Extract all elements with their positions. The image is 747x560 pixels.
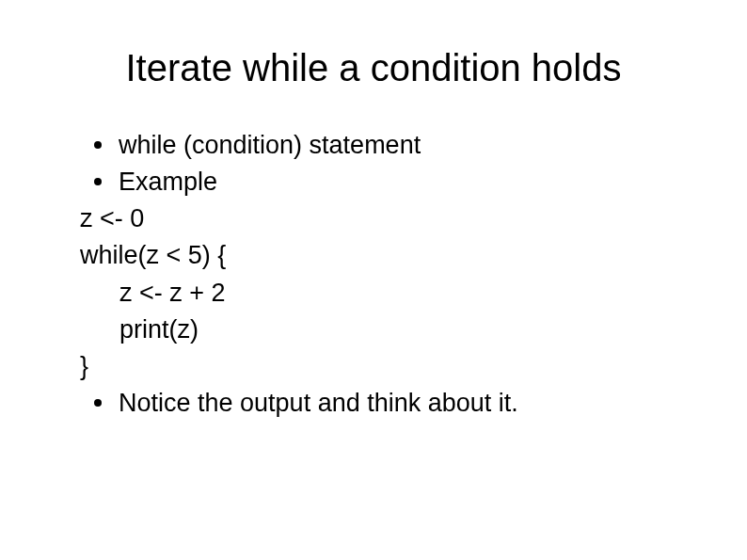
bullet-icon xyxy=(94,399,102,407)
code-line: print(z) xyxy=(80,312,691,348)
slide-title: Iterate while a condition holds xyxy=(56,47,691,89)
bullet-item: Example xyxy=(80,164,691,200)
code-line: } xyxy=(80,348,691,385)
bullet-item: Notice the output and think about it. xyxy=(80,385,691,422)
bullet-text: Notice the output and think about it. xyxy=(119,385,518,422)
bullet-icon xyxy=(94,178,102,185)
code-line: while(z < 5) { xyxy=(80,237,691,274)
bullet-text: Example xyxy=(119,164,217,200)
code-line: z <- z + 2 xyxy=(80,275,691,312)
slide-body: while (condition) statement Example z <-… xyxy=(56,127,691,422)
bullet-text: while (condition) statement xyxy=(119,127,421,164)
bullet-item: while (condition) statement xyxy=(80,127,691,164)
code-line: z <- 0 xyxy=(80,200,691,237)
bullet-icon xyxy=(94,141,102,149)
